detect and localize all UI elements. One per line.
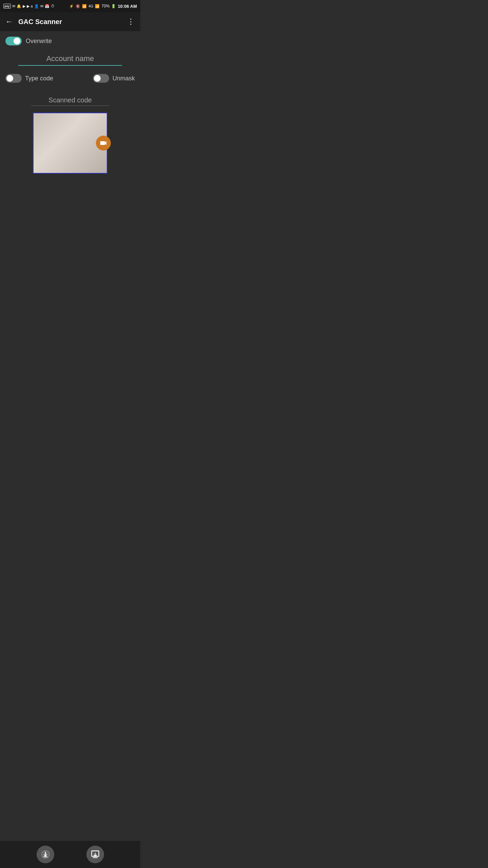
overwrite-toggle[interactable] <box>5 37 22 45</box>
youtube-icon: ▶ <box>27 4 29 8</box>
account-name-container <box>5 52 135 66</box>
signal-icon: 📶 <box>95 4 100 8</box>
calendar-icon: 📅 <box>45 4 49 8</box>
unmask-toggle[interactable] <box>93 74 109 83</box>
unmask-group: Unmask <box>93 74 135 83</box>
overwrite-row: Overwrite <box>5 37 135 45</box>
wifi-icon: 📶 <box>82 4 87 8</box>
network-icon: 4G <box>88 4 94 8</box>
account-name-input[interactable] <box>18 52 122 66</box>
user-icon: 👤 <box>34 4 39 8</box>
battery-text: 70% <box>101 4 109 8</box>
type-code-toggle[interactable] <box>5 74 22 83</box>
battery-icon: 🔋 <box>111 4 116 8</box>
back-button[interactable]: ← <box>5 17 13 26</box>
status-bar-right: ⚡ 🔇 📶 4G 📶 70% 🔋 10:06 AM <box>69 4 137 9</box>
unmask-label: Unmask <box>113 75 135 82</box>
overwrite-knob <box>14 38 20 44</box>
type-code-group: Type code <box>5 74 53 83</box>
type-code-slider <box>5 74 22 83</box>
clock-icon: ⏱ <box>51 4 55 8</box>
unmask-knob <box>94 75 101 82</box>
type-code-label: Type code <box>25 75 53 82</box>
options-row: Type code Unmask <box>5 74 135 83</box>
camera-area <box>33 113 107 174</box>
camera-icon: ▶ <box>23 4 25 8</box>
status-bar-left: pay ✉ 🔔 ▶ ▶ a 👤 ✉ 📅 ⏱ <box>3 4 55 8</box>
notification-icon: 🔔 <box>17 4 21 8</box>
mute-icon: 🔇 <box>76 4 80 8</box>
overwrite-label: Overwrite <box>26 38 52 45</box>
floating-camera-button[interactable] <box>96 136 111 151</box>
samsung-pay-icon: pay <box>3 4 11 8</box>
svg-rect-0 <box>100 141 105 145</box>
scanned-code-label: Scanned code <box>31 96 109 106</box>
gmail-icon: ✉ <box>12 4 15 8</box>
status-bar: pay ✉ 🔔 ▶ ▶ a 👤 ✉ 📅 ⏱ ⚡ 🔇 📶 4G 📶 70% 🔋 1… <box>0 0 140 12</box>
main-content: Overwrite Type code Unmask <box>0 31 140 179</box>
app-bar: ← GAC Scanner ⋮ <box>0 12 140 31</box>
amazon-icon: a <box>31 4 33 8</box>
menu-button[interactable]: ⋮ <box>127 17 135 26</box>
app-title: GAC Scanner <box>18 18 122 26</box>
bluetooth-icon: ⚡ <box>69 4 74 8</box>
time-display: 10:06 AM <box>118 4 137 9</box>
outlook-icon: ✉ <box>40 4 43 8</box>
scanned-code-section: Scanned code <box>5 96 135 174</box>
svg-marker-1 <box>105 141 107 145</box>
unmask-slider <box>93 74 109 83</box>
type-code-knob <box>6 75 13 82</box>
overwrite-slider <box>5 37 22 45</box>
camera-record-icon <box>100 139 107 147</box>
